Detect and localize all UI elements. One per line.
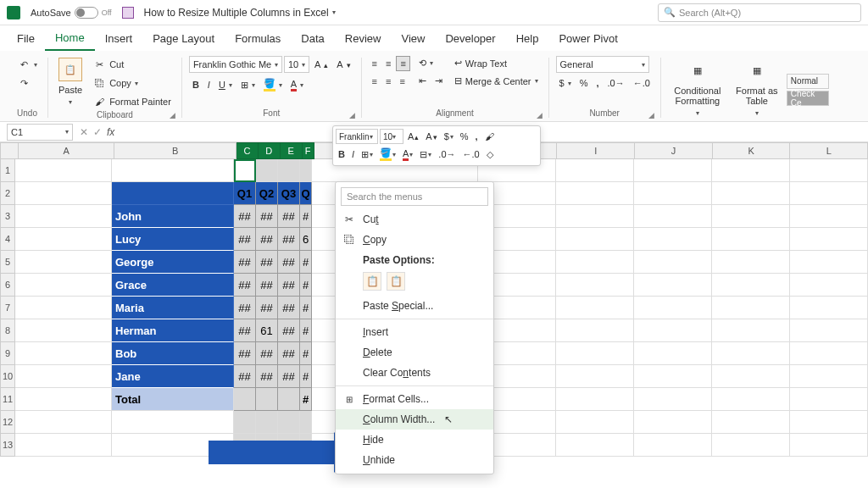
cell[interactable]: ## xyxy=(278,274,300,297)
cell[interactable] xyxy=(634,434,712,457)
cell[interactable] xyxy=(256,388,278,411)
context-menu-clear-contents[interactable]: Clear Contents xyxy=(336,363,493,383)
context-menu-insert[interactable]: Insert xyxy=(336,322,493,342)
cell[interactable] xyxy=(15,228,112,251)
wrap-text-button[interactable]: ↩Wrap Text xyxy=(451,56,542,70)
cut-button[interactable]: ✂Cut xyxy=(89,56,175,73)
cell[interactable] xyxy=(556,274,634,297)
cell[interactable] xyxy=(556,205,634,228)
cell[interactable] xyxy=(15,342,112,365)
row-header[interactable]: 4 xyxy=(0,228,15,251)
cell[interactable] xyxy=(634,342,712,365)
align-left-button[interactable]: ≡ xyxy=(369,75,381,88)
cell[interactable]: ## xyxy=(278,319,300,342)
cell[interactable] xyxy=(712,434,790,457)
align-center-button[interactable]: ≡ xyxy=(382,75,394,88)
decrease-decimal-button[interactable]: ←.0 xyxy=(630,76,654,90)
cell[interactable] xyxy=(790,411,868,434)
mini-clear[interactable]: ◇ xyxy=(484,147,496,162)
mini-font-family[interactable]: Franklin▾ xyxy=(336,129,378,144)
dialog-launcher-icon[interactable]: ◢ xyxy=(537,111,545,119)
decrease-indent-button[interactable]: ⇤ xyxy=(415,74,430,88)
cell[interactable] xyxy=(556,319,634,342)
paste-option-values[interactable]: 📋 xyxy=(387,272,405,291)
cell[interactable] xyxy=(300,159,312,182)
cell[interactable] xyxy=(634,228,712,251)
row-header[interactable]: 11 xyxy=(0,388,15,411)
cell[interactable] xyxy=(556,342,634,365)
mini-format-painter[interactable]: 🖌 xyxy=(482,130,497,143)
underline-button[interactable]: U▾ xyxy=(215,78,236,92)
merge-center-button[interactable]: ⊟Merge & Center▾ xyxy=(451,74,542,88)
paste-button[interactable]: 📋 Paste ▾ xyxy=(55,56,86,110)
cell[interactable] xyxy=(112,411,234,434)
cell[interactable] xyxy=(15,434,112,457)
cell[interactable] xyxy=(15,297,112,319)
mini-font-color[interactable]: A▾ xyxy=(400,147,415,163)
context-menu-hide[interactable]: Hide xyxy=(336,430,493,450)
save-icon[interactable] xyxy=(122,7,134,19)
cell[interactable] xyxy=(712,411,790,434)
cell[interactable]: Maria xyxy=(112,297,234,319)
row-header[interactable]: 12 xyxy=(0,411,15,434)
cell[interactable] xyxy=(634,388,712,411)
bold-button[interactable]: B xyxy=(189,78,203,92)
name-box[interactable]: C1▾ xyxy=(7,124,73,141)
col-header-F[interactable]: F xyxy=(303,142,314,159)
menu-help[interactable]: Help xyxy=(506,27,549,50)
comma-format-button[interactable]: , xyxy=(593,76,602,90)
menu-data[interactable]: Data xyxy=(291,27,334,50)
context-menu-cut[interactable]: ✂Cut xyxy=(336,209,493,230)
row-header[interactable]: 7 xyxy=(0,297,15,319)
row-header[interactable]: 13 xyxy=(0,434,15,457)
cell[interactable] xyxy=(278,159,300,182)
context-menu-search[interactable]: Search the menus xyxy=(341,187,488,206)
align-middle-button[interactable]: ≡ xyxy=(382,56,394,71)
cell[interactable] xyxy=(15,159,112,182)
cell[interactable] xyxy=(556,159,634,182)
cell[interactable]: 6 xyxy=(300,228,312,251)
cell[interactable] xyxy=(300,411,312,434)
cell[interactable]: Herman xyxy=(112,319,234,342)
cell[interactable]: ## xyxy=(278,205,300,228)
select-all-corner[interactable] xyxy=(0,142,19,159)
cell[interactable] xyxy=(15,205,112,228)
cell[interactable] xyxy=(712,159,790,182)
cell[interactable] xyxy=(234,388,256,411)
cell[interactable]: # xyxy=(300,342,312,365)
col-header-D[interactable]: D xyxy=(259,142,281,159)
cell[interactable] xyxy=(15,319,112,342)
cell[interactable] xyxy=(712,297,790,319)
menu-file[interactable]: File xyxy=(7,27,45,50)
col-header-E[interactable]: E xyxy=(281,142,303,159)
orientation-button[interactable]: ⟲▾ xyxy=(415,56,446,70)
cell[interactable] xyxy=(790,319,868,342)
borders-button[interactable]: ⊞▾ xyxy=(237,78,259,92)
italic-button[interactable]: I xyxy=(204,78,214,92)
cell[interactable] xyxy=(15,365,112,388)
fill-color-button[interactable]: 🪣▾ xyxy=(260,76,286,93)
col-header-I[interactable]: I xyxy=(557,142,635,159)
cell[interactable]: ## xyxy=(256,205,278,228)
col-header-L[interactable]: L xyxy=(790,142,868,159)
cell[interactable] xyxy=(634,205,712,228)
format-painter-button[interactable]: 🖌Format Painter xyxy=(89,93,175,110)
cell[interactable]: 61 xyxy=(256,319,278,342)
mini-dec-decimal[interactable]: ←.0 xyxy=(460,147,482,161)
cell[interactable] xyxy=(712,388,790,411)
mini-merge[interactable]: ⊟▾ xyxy=(417,147,434,162)
copy-button[interactable]: ⿻Copy▾ xyxy=(89,75,175,92)
cell[interactable] xyxy=(556,228,634,251)
format-as-table-button[interactable]: ▦Format as Table▾ xyxy=(732,57,782,119)
mini-comma[interactable]: , xyxy=(473,130,481,143)
cell[interactable] xyxy=(790,342,868,365)
cell[interactable]: # xyxy=(300,365,312,388)
cell[interactable] xyxy=(712,274,790,297)
cell[interactable]: Lucy xyxy=(112,228,234,251)
cell[interactable]: ## xyxy=(256,297,278,319)
cell[interactable] xyxy=(790,182,868,205)
mini-fill-color[interactable]: 🪣▾ xyxy=(377,146,398,163)
cell[interactable] xyxy=(112,159,234,182)
cell[interactable]: ## xyxy=(234,274,256,297)
cell[interactable] xyxy=(790,228,868,251)
